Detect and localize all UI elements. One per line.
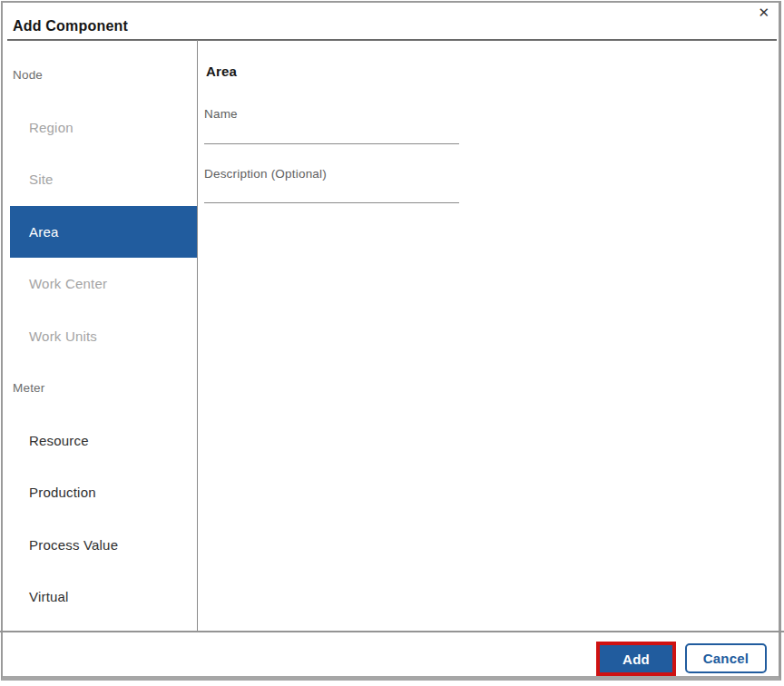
sidebar-item-virtual[interactable]: Virtual	[10, 571, 197, 623]
sidebar-divider	[197, 40, 198, 631]
sidebar-item-production[interactable]: Production	[10, 466, 197, 519]
close-icon[interactable]: ✕	[754, 4, 773, 21]
name-field-label: Name	[204, 107, 238, 121]
sidebar-section-node: Node	[10, 49, 197, 102]
description-input[interactable]	[204, 181, 459, 203]
sidebar-item-site[interactable]: Site	[10, 153, 197, 206]
sidebar-item-area[interactable]: Area	[10, 206, 197, 259]
dialog-title: Add Component	[13, 18, 128, 34]
footer-divider	[0, 631, 784, 632]
header-divider	[7, 39, 777, 41]
add-button-highlight: Add	[596, 642, 676, 676]
sidebar-section-meter: Meter	[10, 362, 197, 415]
sidebar: Node Region Site Area Work Center Work U…	[10, 49, 197, 623]
sidebar-item-process-value[interactable]: Process Value	[10, 519, 197, 572]
add-button[interactable]: Add	[600, 645, 672, 672]
name-input[interactable]	[204, 122, 459, 144]
sidebar-item-work-center[interactable]: Work Center	[10, 258, 197, 310]
cancel-button[interactable]: Cancel	[685, 643, 767, 673]
content-heading: Area	[206, 64, 237, 79]
sidebar-item-work-units[interactable]: Work Units	[10, 310, 197, 363]
description-field-label: Description (Optional)	[204, 167, 327, 181]
sidebar-item-resource[interactable]: Resource	[10, 415, 197, 467]
sidebar-item-region[interactable]: Region	[10, 102, 197, 154]
